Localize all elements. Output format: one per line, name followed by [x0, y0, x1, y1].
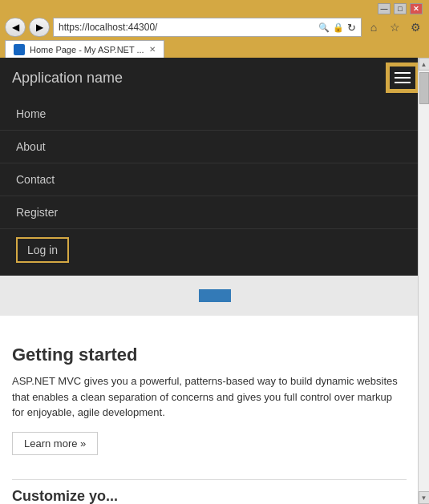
nav-item-home[interactable]: Home — [0, 98, 429, 131]
bottom-title-text: Customize yo... — [12, 488, 118, 504]
getting-started-title: Getting started — [12, 345, 407, 365]
hamburger-button[interactable] — [388, 65, 417, 91]
learn-more-button[interactable]: Learn more » — [12, 432, 98, 455]
browser-chrome: — □ ✕ ◀ ▶ https://localhost:44300/ 🔍 🔒 ↻… — [0, 0, 429, 58]
favorites-button[interactable]: ☆ — [386, 18, 403, 36]
navbar-brand: Application name — [12, 70, 123, 87]
getting-started-description: ASP.NET MVC gives you a powerful, patter… — [12, 373, 407, 421]
scrollbar-thumb[interactable] — [419, 72, 429, 104]
dropdown-menu: Home About Contact Register Log in — [0, 98, 429, 276]
tab-bar: Home Page - My ASP.NET ... ✕ — [5, 40, 424, 58]
forward-icon: ▶ — [36, 22, 43, 33]
address-bar[interactable]: https://localhost:44300/ 🔍 🔒 ↻ — [53, 18, 362, 37]
close-button[interactable]: ✕ — [410, 3, 423, 14]
scroll-down-button[interactable]: ▼ — [419, 491, 430, 504]
hamburger-line-2 — [395, 77, 411, 79]
scroll-up-icon: ▲ — [421, 61, 427, 68]
hero-section — [0, 276, 429, 316]
page-body: Getting started ASP.NET MVC gives you a … — [0, 329, 429, 471]
address-bar-row: ◀ ▶ https://localhost:44300/ 🔍 🔒 ↻ ⌂ ☆ ⚙ — [5, 18, 424, 37]
star-icon: ☆ — [390, 21, 400, 34]
browser-tab[interactable]: Home Page - My ASP.NET ... ✕ — [5, 40, 164, 58]
back-button[interactable]: ◀ — [5, 18, 26, 37]
toolbar-icons: ⌂ ☆ ⚙ — [365, 18, 424, 36]
page-wrapper: Application name Home About Contact Regi… — [0, 58, 429, 504]
address-icons: 🔍 🔒 ↻ — [318, 22, 356, 34]
scroll-up-button[interactable]: ▲ — [419, 58, 430, 71]
home-icon: ⌂ — [370, 21, 377, 34]
maximize-button[interactable]: □ — [394, 3, 407, 14]
hamburger-line-1 — [395, 72, 411, 74]
nav-item-contact[interactable]: Contact — [0, 163, 429, 196]
settings-button[interactable]: ⚙ — [407, 18, 424, 36]
nav-item-about[interactable]: About — [0, 131, 429, 163]
title-bar: — □ ✕ — [5, 3, 424, 14]
lock-icon: 🔒 — [333, 22, 344, 33]
back-icon: ◀ — [12, 22, 19, 33]
nav-item-register[interactable]: Register — [0, 196, 429, 229]
navbar: Application name — [0, 58, 429, 98]
bottom-section: Customize yo... — [0, 471, 429, 505]
hero-button[interactable] — [199, 289, 231, 302]
login-wrapper: Log in — [0, 229, 429, 276]
forward-button[interactable]: ▶ — [29, 18, 50, 37]
tab-favicon — [14, 44, 25, 55]
gear-icon: ⚙ — [411, 21, 421, 34]
scrollbar[interactable]: ▲ ▼ — [418, 58, 429, 504]
nav-item-login[interactable]: Log in — [16, 237, 69, 263]
address-text: https://localhost:44300/ — [59, 22, 315, 33]
close-tab-icon[interactable]: ✕ — [149, 45, 156, 54]
tab-title: Home Page - My ASP.NET ... — [30, 45, 144, 54]
hamburger-line-3 — [395, 82, 411, 83]
scroll-down-icon: ▼ — [421, 494, 427, 502]
minimize-button[interactable]: — — [378, 3, 391, 14]
home-icon-button[interactable]: ⌂ — [365, 18, 382, 36]
search-icon: 🔍 — [318, 22, 330, 33]
refresh-icon: ↻ — [347, 22, 356, 34]
